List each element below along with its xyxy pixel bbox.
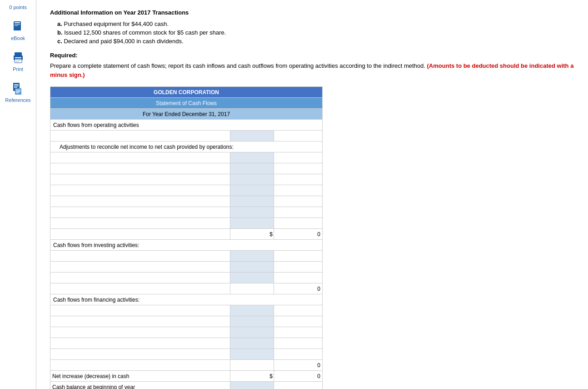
info-item-c: c. Declared and paid $94,000 in cash div… — [57, 38, 574, 45]
print-label: Print — [13, 66, 23, 72]
adj-val-1[interactable] — [232, 155, 272, 161]
cash-flow-table: GOLDEN CORPORATION Statement of Cash Flo… — [50, 86, 323, 389]
sidebar-item-ebook[interactable]: eBook — [11, 19, 25, 41]
references-icon — [10, 81, 25, 96]
net-increase-value: 0 — [274, 371, 323, 382]
adj-val-4[interactable] — [232, 187, 272, 194]
financing-label: Cash flows from financing activities: — [50, 294, 323, 305]
inv-row-1 — [50, 251, 323, 262]
adj-label-1[interactable] — [52, 155, 228, 161]
adj-label-7[interactable] — [52, 220, 228, 227]
cash-balance-begin-label: Cash balance at beginning of year — [50, 382, 230, 389]
fin-label-2[interactable] — [52, 318, 228, 325]
svg-rect-13 — [14, 87, 17, 88]
adj-row-1 — [50, 152, 323, 163]
operating-row-1 — [50, 131, 323, 141]
adj-val-2[interactable] — [232, 166, 272, 172]
net-increase-row: Net increase (decrease) in cash $ 0 — [50, 371, 323, 382]
inv-val-2[interactable] — [232, 264, 272, 270]
investing-total-row: 0 — [50, 283, 323, 294]
inv-label-3[interactable] — [52, 275, 228, 281]
sidebar-points: 0 points — [9, 5, 27, 10]
cash-flow-table-wrapper: GOLDEN CORPORATION Statement of Cash Flo… — [50, 86, 323, 389]
net-increase-label: Net increase (decrease) in cash — [50, 371, 230, 382]
adj-label-4[interactable] — [52, 187, 228, 194]
required-instruction: Prepare a complete statement of cash flo… — [50, 62, 425, 69]
fin-val-1[interactable] — [232, 308, 272, 314]
operating-total-value: 0 — [274, 229, 323, 240]
operating-section-header: Cash flows from operating activities — [50, 120, 323, 131]
adj-val-7[interactable] — [232, 220, 272, 227]
page-title: Additional Information on Year 2017 Tran… — [50, 9, 574, 16]
svg-rect-2 — [15, 24, 20, 25]
inv-label-1[interactable] — [52, 253, 228, 259]
net-increase-dollar: $ — [230, 371, 274, 382]
fin-label-4[interactable] — [52, 340, 228, 347]
operating-label: Cash flows from operating activities — [50, 120, 323, 131]
adj-row-6 — [50, 207, 323, 218]
fin-label-3[interactable] — [52, 329, 228, 336]
inv-label-2[interactable] — [52, 264, 228, 270]
required-label: Required: — [50, 52, 574, 59]
adj-val-3[interactable] — [232, 177, 272, 183]
operating-input-val-1[interactable] — [232, 133, 272, 139]
required-text: Prepare a complete statement of cash flo… — [50, 61, 574, 79]
info-item-a: a. Purchased equipment for $44,400 cash. — [57, 20, 574, 27]
svg-rect-11 — [14, 84, 19, 85]
fin-label-1[interactable] — [52, 308, 228, 314]
svg-rect-17 — [16, 92, 19, 93]
info-item-b: b. Issued 12,500 shares of common stock … — [57, 29, 574, 36]
sidebar-item-references[interactable]: References — [5, 81, 30, 103]
sidebar: 0 points eBook — [0, 0, 36, 389]
investing-section-header: Cash flows from investing activities: — [50, 240, 323, 251]
fin-val-5[interactable] — [232, 351, 272, 358]
adjustments-row: Adjustments to reconcile net income to n… — [50, 141, 323, 152]
fin-row-4 — [50, 338, 323, 349]
investing-total-value: 0 — [274, 283, 323, 294]
operating-input-label-1[interactable] — [52, 133, 228, 139]
adj-label-6[interactable] — [52, 209, 228, 216]
fin-row-3 — [50, 327, 323, 338]
svg-rect-4 — [15, 52, 22, 56]
adjustments-label: Adjustments to reconcile net income to n… — [50, 141, 323, 152]
sidebar-item-print[interactable]: Print — [11, 50, 25, 72]
adj-val-5[interactable] — [232, 198, 272, 205]
inv-val-1[interactable] — [232, 253, 272, 259]
investing-label: Cash flows from investing activities: — [50, 240, 323, 251]
adj-row-5 — [50, 196, 323, 207]
inv-val-3[interactable] — [232, 275, 272, 281]
financing-total-row: 0 — [50, 360, 323, 371]
main-content: Additional Information on Year 2017 Tran… — [36, 0, 588, 389]
print-icon — [11, 50, 25, 65]
svg-rect-7 — [15, 59, 22, 63]
fin-label-5[interactable] — [52, 351, 228, 358]
adj-row-2 — [50, 163, 323, 174]
fin-val-3[interactable] — [232, 329, 272, 336]
adj-row-3 — [50, 174, 323, 185]
operating-total-dollar: $ — [230, 229, 274, 240]
info-list: a. Purchased equipment for $44,400 cash.… — [50, 20, 574, 45]
svg-rect-9 — [15, 61, 19, 62]
inv-row-3 — [50, 273, 323, 283]
cash-balance-begin-row: Cash balance at beginning of year — [50, 382, 323, 389]
adj-label-2[interactable] — [52, 166, 228, 172]
fin-row-5 — [50, 349, 323, 360]
svg-rect-6 — [15, 57, 21, 58]
ebook-icon — [11, 19, 25, 34]
svg-rect-3 — [15, 25, 18, 26]
svg-rect-8 — [15, 60, 21, 61]
adj-label-3[interactable] — [52, 177, 228, 183]
financing-total-value: 0 — [274, 360, 323, 371]
adj-row-7 — [50, 218, 323, 229]
adj-val-6[interactable] — [232, 209, 272, 216]
operating-total-row: $ 0 — [50, 229, 323, 240]
financing-section-header: Cash flows from financing activities: — [50, 294, 323, 305]
table-statement-title: Statement of Cash Flows — [50, 98, 323, 109]
cash-balance-begin-input[interactable] — [232, 384, 272, 389]
table-period: For Year Ended December 31, 2017 — [50, 109, 323, 120]
fin-val-4[interactable] — [232, 340, 272, 347]
fin-val-2[interactable] — [232, 318, 272, 325]
ebook-label: eBook — [11, 35, 25, 41]
adj-label-5[interactable] — [52, 198, 228, 205]
fin-row-2 — [50, 316, 323, 327]
